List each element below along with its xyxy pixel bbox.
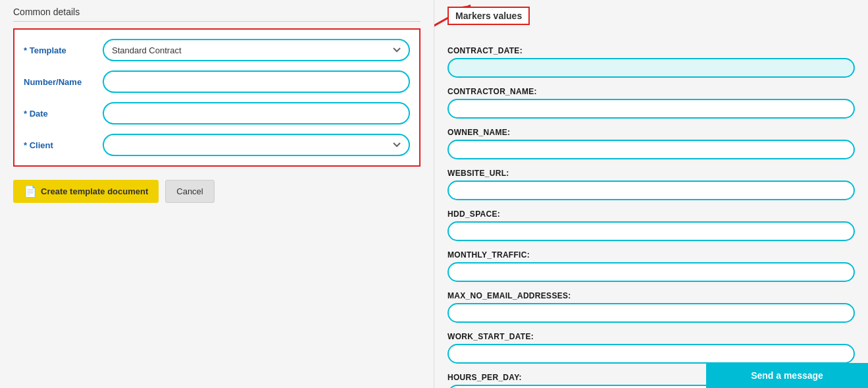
marker-label: MONTHLY_TRAFFIC: xyxy=(447,250,855,260)
action-buttons: 📄 Create template document Cancel xyxy=(13,180,421,203)
marker-label: MAX_NO_EMAIL_ADDRESSES: xyxy=(447,291,855,300)
client-select[interactable] xyxy=(103,134,410,156)
template-select[interactable]: Standard Contract Custom Contract xyxy=(103,39,410,61)
marker-label: CONTRACTOR_NAME: xyxy=(447,87,855,96)
number-name-input[interactable] xyxy=(103,70,410,93)
marker-input[interactable] xyxy=(447,344,855,364)
client-label: * Client xyxy=(24,140,103,150)
number-name-label: Number/Name xyxy=(24,77,103,87)
marker-field: MAX_NO_EMAIL_ADDRESSES: xyxy=(447,291,855,323)
marker-field: WEBSITE_URL: xyxy=(447,169,855,200)
date-input[interactable] xyxy=(103,102,410,125)
marker-label: OWNER_NAME: xyxy=(447,128,855,137)
create-template-button[interactable]: 📄 Create template document xyxy=(13,180,159,203)
marker-field: HDD_SPACE: xyxy=(447,209,855,241)
date-field-row: * Date xyxy=(24,102,410,125)
marker-label: CONTRACT_DATE: xyxy=(447,46,855,55)
client-field-row: * Client xyxy=(24,134,410,156)
marker-input[interactable] xyxy=(447,221,855,241)
template-field-row: * Template Standard Contract Custom Cont… xyxy=(24,39,410,61)
left-panel: Common details * Template Standard Contr… xyxy=(0,0,434,388)
number-name-field-row: Number/Name xyxy=(24,70,410,93)
create-button-label: Create template document xyxy=(41,186,148,196)
markers-values-title: Markers values xyxy=(447,7,530,25)
marker-field: OWNER_NAME: xyxy=(447,128,855,159)
marker-label: WEBSITE_URL: xyxy=(447,169,855,178)
marker-field: CONTRACT_DATE: xyxy=(447,46,855,78)
marker-field: CONTRACTOR_NAME: xyxy=(447,87,855,119)
template-label: * Template xyxy=(24,45,103,55)
marker-label: WORK_START_DATE: xyxy=(447,332,855,341)
markers-container: CONTRACT_DATE:CONTRACTOR_NAME:OWNER_NAME… xyxy=(447,46,855,388)
marker-input[interactable] xyxy=(447,58,855,78)
right-panel: Markers values CONTRACT_DATE:CONTRACTOR_… xyxy=(434,0,868,388)
marker-input[interactable] xyxy=(447,262,855,282)
marker-input[interactable] xyxy=(447,99,855,119)
marker-input[interactable] xyxy=(447,140,855,159)
page-container: Common details * Template Standard Contr… xyxy=(0,0,868,388)
document-icon: 📄 xyxy=(24,185,37,198)
marker-field: WORK_START_DATE: xyxy=(447,332,855,364)
common-details-title: Common details xyxy=(13,7,421,22)
send-message-button[interactable]: Send a message xyxy=(706,363,868,388)
marker-input[interactable] xyxy=(447,180,855,200)
marker-field: MONTHLY_TRAFFIC: xyxy=(447,250,855,282)
date-label: * Date xyxy=(24,109,103,119)
marker-input[interactable] xyxy=(447,303,855,323)
common-details-box: * Template Standard Contract Custom Cont… xyxy=(13,28,421,167)
marker-label: HDD_SPACE: xyxy=(447,209,855,219)
cancel-button[interactable]: Cancel xyxy=(165,180,214,203)
